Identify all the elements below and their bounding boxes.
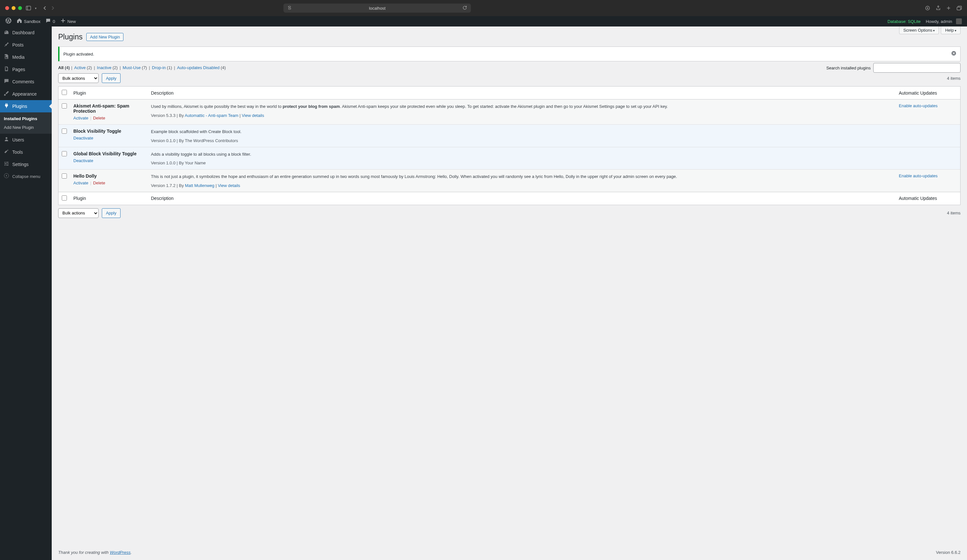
menu-tools[interactable]: Tools xyxy=(0,146,52,158)
maximize-window[interactable] xyxy=(18,6,22,10)
submenu-addnew[interactable]: Add New Plugin xyxy=(0,123,52,132)
menu-plugins[interactable]: Plugins xyxy=(0,100,52,112)
help-btn[interactable]: Help xyxy=(941,26,960,34)
dashboard-icon xyxy=(3,29,10,36)
new-content[interactable]: New xyxy=(58,16,79,26)
back-icon[interactable] xyxy=(43,6,46,10)
home-icon xyxy=(17,18,22,25)
filter-auto[interactable]: Auto-updates Disabled (4) xyxy=(177,65,226,70)
site-settings-icon[interactable] xyxy=(287,5,292,11)
collapse-icon xyxy=(3,173,10,180)
sidebar-toggle-icon[interactable] xyxy=(26,6,31,10)
bulk-actions-bottom: Bulk actions Apply xyxy=(58,208,120,218)
settings-icon xyxy=(3,161,10,168)
delete-link[interactable]: Delete xyxy=(93,181,106,185)
plus-icon xyxy=(61,18,66,25)
minimize-window[interactable] xyxy=(12,6,15,10)
tablenav-top: Bulk actions Apply 4 items xyxy=(58,73,960,83)
plugin-name: Block Visibility Toggle xyxy=(73,128,144,134)
deactivate-link[interactable]: Deactivate xyxy=(73,158,93,163)
svg-rect-2 xyxy=(289,6,290,7)
menu-pages[interactable]: Pages xyxy=(0,63,52,76)
activate-link[interactable]: Activate xyxy=(73,181,88,185)
menu-users[interactable]: Users xyxy=(0,134,52,146)
plugin-row-akismet: Akismet Anti-spam: Spam Protection Activ… xyxy=(58,99,960,125)
my-account[interactable]: Howdy, admin xyxy=(923,16,964,26)
apply-btn-bottom[interactable]: Apply xyxy=(102,208,121,218)
add-new-plugin-btn[interactable]: Add New Plugin xyxy=(86,33,124,41)
svg-point-8 xyxy=(5,137,7,139)
wp-logo[interactable] xyxy=(3,16,14,26)
select-all-top[interactable] xyxy=(62,90,67,95)
url-bar[interactable]: localhost xyxy=(284,3,471,13)
plugin-name: Hello Dolly xyxy=(73,173,144,179)
screen-options-btn[interactable]: Screen Options xyxy=(899,26,939,34)
collapse-menu[interactable]: Collapse menu xyxy=(0,171,52,182)
plugin-row-hello: Hello Dolly Activate | Delete This is no… xyxy=(58,170,960,192)
plugin-icon xyxy=(3,103,10,110)
check-gbvt[interactable] xyxy=(62,151,67,156)
col-auto-foot: Automatic Updates xyxy=(896,192,960,205)
filter-active[interactable]: Active (2) xyxy=(74,65,92,70)
svg-rect-7 xyxy=(957,7,960,10)
bulk-select-top[interactable]: Bulk actions xyxy=(58,73,99,83)
tabs-icon[interactable] xyxy=(957,5,962,11)
wp-footer: Thank you for creating with WordPress. V… xyxy=(52,545,967,560)
close-window[interactable] xyxy=(5,6,9,10)
author-link[interactable]: Automattic - Anti-spam Team xyxy=(185,113,239,118)
dismiss-notice-icon[interactable] xyxy=(951,51,956,57)
menu-appearance[interactable]: Appearance xyxy=(0,88,52,100)
filter-inactive[interactable]: Inactive (2) xyxy=(97,65,118,70)
forward-icon[interactable] xyxy=(51,6,54,10)
chevron-down-icon[interactable]: ▾ xyxy=(35,7,36,10)
menu-posts[interactable]: Posts xyxy=(0,39,52,51)
plugin-desc: Used by millions, Akismet is quite possi… xyxy=(151,103,892,110)
wp-link[interactable]: WordPress xyxy=(110,550,130,555)
admin-menu: Dashboard Posts Media Pages Comments App… xyxy=(0,26,52,560)
page-title: Plugins xyxy=(58,33,83,41)
check-hello[interactable] xyxy=(62,173,67,179)
filter-all[interactable]: All (4) xyxy=(58,65,70,70)
notice-activated: Plugin activated. xyxy=(58,46,960,61)
col-plugin-foot: Plugin xyxy=(70,192,148,205)
select-all-bottom[interactable] xyxy=(62,195,67,201)
comments-bubble[interactable]: 0 xyxy=(43,16,58,26)
check-akismet[interactable] xyxy=(62,103,67,109)
share-icon[interactable] xyxy=(936,5,941,11)
reload-icon[interactable] xyxy=(462,5,467,11)
comments-icon xyxy=(3,78,10,85)
database-info[interactable]: Database: SQLite xyxy=(885,16,923,26)
bulk-select-bottom[interactable]: Bulk actions xyxy=(58,208,99,218)
filter-dropin[interactable]: Drop-in (1) xyxy=(152,65,172,70)
filter-mustuse[interactable]: Must-Use (7) xyxy=(123,65,147,70)
menu-settings[interactable]: Settings xyxy=(0,158,52,171)
menu-media[interactable]: Media xyxy=(0,51,52,63)
delete-link[interactable]: Delete xyxy=(93,115,106,120)
plugin-desc: Example block scaffolded with Create Blo… xyxy=(151,128,892,135)
check-bvt[interactable] xyxy=(62,128,67,134)
brush-icon xyxy=(3,91,10,97)
view-details-link[interactable]: View details xyxy=(218,183,240,188)
submenu-installed[interactable]: Installed Plugins xyxy=(0,114,52,123)
content-area: Screen Options Help Plugins Add New Plug… xyxy=(52,26,967,560)
col-desc-foot: Description xyxy=(148,192,896,205)
plugin-desc: This is not just a plugin, it symbolizes… xyxy=(151,173,892,180)
plugin-row-bvt: Block Visibility Toggle Deactivate Examp… xyxy=(58,125,960,147)
enable-auto-link[interactable]: Enable auto-updates xyxy=(899,103,937,108)
plugins-table: Plugin Description Automatic Updates Aki… xyxy=(58,86,960,205)
plugins-submenu: Installed Plugins Add New Plugin xyxy=(0,112,52,134)
apply-btn-top[interactable]: Apply xyxy=(102,73,121,83)
enable-auto-link[interactable]: Enable auto-updates xyxy=(899,173,937,178)
pin-icon xyxy=(3,41,10,48)
new-tab-icon[interactable] xyxy=(946,5,951,11)
search-input[interactable] xyxy=(873,63,960,72)
menu-comments[interactable]: Comments xyxy=(0,76,52,88)
site-name[interactable]: Sandbox xyxy=(14,16,43,26)
view-details-link[interactable]: View details xyxy=(242,113,264,118)
menu-dashboard[interactable]: Dashboard xyxy=(0,26,52,39)
author-link[interactable]: Matt Mullenweg xyxy=(185,183,214,188)
deactivate-link[interactable]: Deactivate xyxy=(73,136,93,140)
downloads-icon[interactable] xyxy=(925,5,930,11)
activate-link[interactable]: Activate xyxy=(73,115,88,120)
col-plugin: Plugin xyxy=(70,87,148,99)
